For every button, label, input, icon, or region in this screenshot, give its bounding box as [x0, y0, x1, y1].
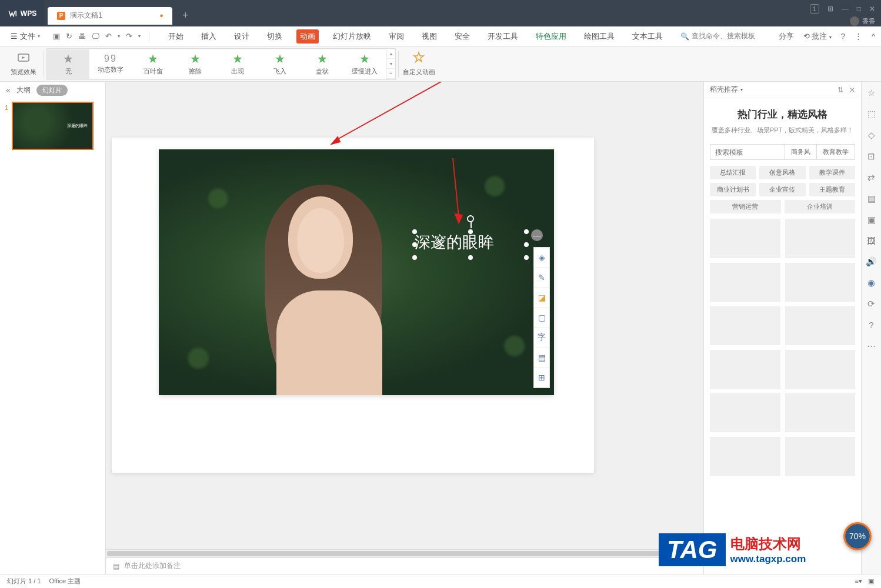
- gallery-scroll[interactable]: ▴▾≡: [386, 49, 395, 79]
- anim-blinds[interactable]: ★百叶窗: [132, 49, 174, 79]
- anim-box[interactable]: ★盒状: [301, 49, 343, 79]
- resize-handle[interactable]: [524, 255, 529, 260]
- tab-animation[interactable]: 动画: [296, 29, 319, 44]
- template-search-input[interactable]: [710, 144, 785, 160]
- custom-animation-button[interactable]: 自定义动画: [401, 48, 436, 80]
- text-box-selection[interactable]: 深邃的眼眸 — ◈ ✎ ◪ ▢ 字 ▤ ⊞: [415, 232, 526, 258]
- notes-pane[interactable]: ▤ 单击此处添加备注: [106, 557, 703, 574]
- tab-review[interactable]: 审阅: [385, 29, 408, 44]
- template-item[interactable]: [785, 306, 856, 345]
- arrange-icon[interactable]: ▤: [534, 348, 549, 368]
- collapse-ribbon[interactable]: ^: [872, 32, 875, 41]
- tab-insert[interactable]: 插入: [198, 29, 220, 44]
- save-icon[interactable]: ↻: [66, 32, 72, 41]
- tab-devtools[interactable]: 开发工具: [484, 29, 522, 44]
- more-button[interactable]: ⋮: [855, 32, 862, 41]
- sidebar-icon[interactable]: ◇: [868, 130, 875, 141]
- preview-effect-button[interactable]: 预览效果: [6, 48, 41, 80]
- template-item[interactable]: [710, 306, 780, 345]
- normal-view-icon[interactable]: ▣: [868, 577, 874, 585]
- more-tools-icon[interactable]: ⊞: [534, 368, 549, 387]
- print-preview-icon[interactable]: 🖵: [92, 32, 99, 41]
- template-item[interactable]: [785, 437, 856, 476]
- undo-icon[interactable]: ↶: [105, 32, 112, 41]
- tag-item[interactable]: 总结汇报: [710, 166, 756, 179]
- sidebar-icon[interactable]: ☆: [867, 88, 875, 98]
- slide-thumbnail-1[interactable]: 1 深邃的眼眸: [12, 102, 94, 150]
- tag-item[interactable]: 创意风格: [759, 166, 805, 179]
- fill-icon[interactable]: ◪: [534, 288, 549, 308]
- sidebar-icon[interactable]: ⋯: [867, 340, 876, 351]
- comment-button[interactable]: ⟲批注 ▾: [803, 31, 832, 42]
- tab-special[interactable]: 特色应用: [532, 29, 570, 44]
- template-item[interactable]: [710, 263, 780, 302]
- collapse-thumbnails[interactable]: «: [6, 85, 11, 95]
- anim-none[interactable]: ★无: [47, 49, 89, 79]
- tab-text-tools[interactable]: 文本工具: [629, 29, 666, 44]
- resize-handle[interactable]: [468, 255, 473, 260]
- tab-design[interactable]: 设计: [231, 29, 253, 44]
- template-item[interactable]: [710, 437, 780, 476]
- gift-icon[interactable]: ⊞: [827, 5, 833, 13]
- view-menu-icon[interactable]: ≡▾: [855, 577, 862, 585]
- tag-item[interactable]: 商业计划书: [710, 183, 756, 196]
- new-tab-button[interactable]: +: [177, 8, 193, 24]
- sidebar-icon[interactable]: ⟳: [867, 299, 875, 309]
- sidebar-icon[interactable]: 🔊: [866, 256, 877, 267]
- template-item[interactable]: [710, 219, 780, 258]
- sidebar-icon[interactable]: ⇄: [867, 172, 875, 183]
- sidebar-icon[interactable]: ◉: [867, 278, 875, 288]
- minimize-button[interactable]: —: [842, 5, 849, 13]
- notification-badge[interactable]: 1: [810, 4, 819, 14]
- tag-item[interactable]: 主题教育: [809, 183, 855, 196]
- user-area[interactable]: 香香: [850, 16, 875, 26]
- anim-wipe[interactable]: ★擦除: [174, 49, 216, 79]
- tab-drawing[interactable]: 绘图工具: [580, 29, 618, 44]
- tab-transition[interactable]: 切换: [263, 29, 286, 44]
- resize-handle[interactable]: [468, 229, 473, 234]
- maximize-button[interactable]: □: [857, 5, 861, 13]
- sidebar-icon[interactable]: ⊡: [867, 151, 875, 162]
- text-icon[interactable]: 字: [534, 328, 549, 348]
- layer-icon[interactable]: ◈: [534, 248, 549, 268]
- panel-close-icon[interactable]: ✕: [849, 86, 855, 94]
- edit-icon[interactable]: ✎: [534, 268, 549, 288]
- template-item[interactable]: [785, 263, 856, 302]
- tab-view[interactable]: 视图: [418, 29, 440, 44]
- close-button[interactable]: ✕: [869, 5, 875, 13]
- rotate-handle[interactable]: [467, 215, 474, 222]
- share-button[interactable]: 分享: [779, 31, 794, 42]
- tag-item[interactable]: 教学课件: [809, 166, 855, 179]
- slides-tab[interactable]: 幻灯片: [36, 85, 68, 96]
- tag-item[interactable]: 企业宣传: [759, 183, 805, 196]
- template-item[interactable]: [710, 350, 780, 389]
- anim-dynamic-number[interactable]: 99动态数字: [89, 49, 132, 79]
- collapse-toolbar-icon[interactable]: —: [531, 229, 543, 241]
- anim-slow-entry[interactable]: ★缓慢进入: [343, 49, 386, 79]
- crop-icon[interactable]: ▢: [534, 308, 549, 328]
- outline-tab[interactable]: 大纲: [16, 85, 31, 95]
- resize-handle[interactable]: [412, 242, 417, 247]
- help-button[interactable]: ?: [841, 32, 845, 41]
- panel-settings-icon[interactable]: ⇅: [837, 86, 843, 94]
- command-search[interactable]: 🔍 查找命令、搜索模板: [680, 31, 755, 41]
- search-filter-education[interactable]: 教育教学: [817, 144, 855, 160]
- resize-handle[interactable]: [524, 242, 529, 247]
- sidebar-icon[interactable]: ?: [869, 320, 873, 330]
- slide-canvas[interactable]: 深邃的眼眸 — ◈ ✎ ◪ ▢ 字 ▤ ⊞: [106, 82, 703, 574]
- file-menu[interactable]: ☰ 文件 ▾: [6, 31, 45, 42]
- wps-logo[interactable]: WPS: [0, 0, 44, 26]
- template-item[interactable]: [710, 393, 780, 432]
- anim-flyin[interactable]: ★飞入: [259, 49, 301, 79]
- sidebar-icon[interactable]: ▤: [867, 193, 876, 204]
- print-icon[interactable]: 🖶: [78, 32, 86, 41]
- tab-security[interactable]: 安全: [451, 29, 473, 44]
- tag-item[interactable]: 营销运营: [710, 200, 781, 213]
- sidebar-icon[interactable]: 🖼: [867, 236, 876, 246]
- redo-icon[interactable]: ↷: [126, 32, 132, 41]
- tab-home[interactable]: 开始: [165, 29, 187, 44]
- sidebar-icon[interactable]: ▣: [867, 215, 876, 225]
- document-tab[interactable]: P 演示文稿1 •: [48, 7, 172, 25]
- resize-handle[interactable]: [412, 255, 417, 260]
- resize-handle[interactable]: [412, 229, 417, 234]
